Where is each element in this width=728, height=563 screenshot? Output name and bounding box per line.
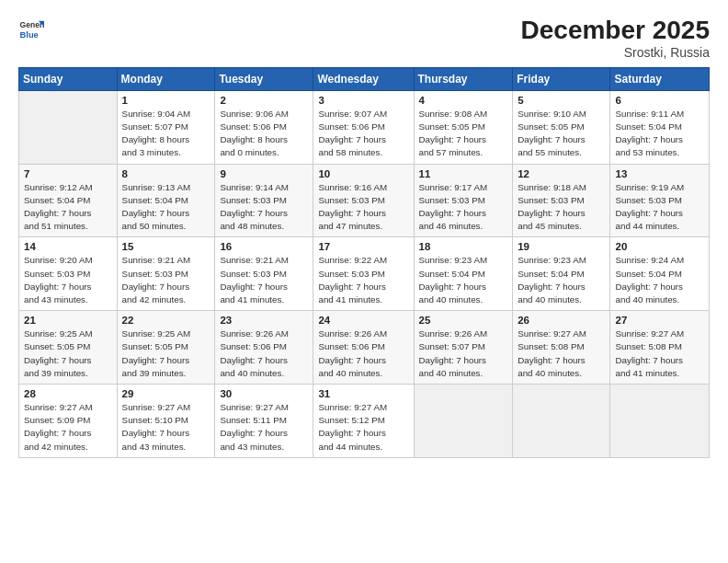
table-row: 14Sunrise: 9:20 AMSunset: 5:03 PMDayligh… bbox=[19, 237, 118, 311]
day-number: 17 bbox=[318, 241, 408, 252]
table-row: 19Sunrise: 9:23 AMSunset: 5:04 PMDayligh… bbox=[513, 237, 610, 311]
col-monday: Monday bbox=[117, 67, 215, 90]
title-block: December 2025 Srostki, Russia bbox=[521, 17, 710, 60]
table-row: 1Sunrise: 9:04 AMSunset: 5:07 PMDaylight… bbox=[117, 90, 215, 164]
logo: General Blue bbox=[18, 17, 44, 42]
table-row: 26Sunrise: 9:27 AMSunset: 5:08 PMDayligh… bbox=[513, 311, 610, 385]
table-row: 13Sunrise: 9:19 AMSunset: 5:03 PMDayligh… bbox=[610, 164, 710, 237]
day-number: 10 bbox=[318, 168, 408, 179]
day-number: 11 bbox=[419, 168, 508, 179]
logo-icon: General Blue bbox=[18, 17, 44, 42]
day-number: 6 bbox=[615, 95, 704, 106]
table-row: 18Sunrise: 9:23 AMSunset: 5:04 PMDayligh… bbox=[414, 237, 513, 311]
table-row: 9Sunrise: 9:14 AMSunset: 5:03 PMDaylight… bbox=[215, 164, 313, 237]
table-row: 6Sunrise: 9:11 AMSunset: 5:04 PMDaylight… bbox=[610, 90, 710, 164]
table-row: 8Sunrise: 9:13 AMSunset: 5:04 PMDaylight… bbox=[117, 164, 215, 237]
table-row: 15Sunrise: 9:21 AMSunset: 5:03 PMDayligh… bbox=[117, 237, 215, 311]
day-number: 24 bbox=[318, 315, 408, 326]
day-info: Sunrise: 9:23 AMSunset: 5:04 PMDaylight:… bbox=[419, 254, 508, 306]
day-info: Sunrise: 9:26 AMSunset: 5:06 PMDaylight:… bbox=[318, 327, 408, 380]
day-number: 23 bbox=[220, 315, 308, 326]
day-number: 27 bbox=[615, 315, 704, 326]
day-number: 13 bbox=[615, 168, 704, 179]
svg-text:Blue: Blue bbox=[20, 30, 39, 40]
day-info: Sunrise: 9:21 AMSunset: 5:03 PMDaylight:… bbox=[122, 254, 210, 306]
table-row bbox=[19, 90, 118, 164]
day-number: 15 bbox=[122, 241, 210, 252]
day-number: 5 bbox=[518, 95, 605, 106]
day-info: Sunrise: 9:22 AMSunset: 5:03 PMDaylight:… bbox=[318, 254, 408, 306]
table-row: 28Sunrise: 9:27 AMSunset: 5:09 PMDayligh… bbox=[19, 385, 118, 458]
day-number: 3 bbox=[318, 95, 408, 106]
table-row: 12Sunrise: 9:18 AMSunset: 5:03 PMDayligh… bbox=[513, 164, 610, 237]
day-info: Sunrise: 9:26 AMSunset: 5:07 PMDaylight:… bbox=[419, 327, 508, 380]
day-number: 25 bbox=[419, 315, 508, 326]
day-number: 12 bbox=[518, 168, 605, 179]
table-row: 16Sunrise: 9:21 AMSunset: 5:03 PMDayligh… bbox=[215, 237, 313, 311]
table-row: 20Sunrise: 9:24 AMSunset: 5:04 PMDayligh… bbox=[610, 237, 710, 311]
table-row: 31Sunrise: 9:27 AMSunset: 5:12 PMDayligh… bbox=[313, 385, 414, 458]
day-info: Sunrise: 9:12 AMSunset: 5:04 PMDaylight:… bbox=[24, 181, 112, 234]
day-info: Sunrise: 9:26 AMSunset: 5:06 PMDaylight:… bbox=[220, 327, 308, 380]
col-tuesday: Tuesday bbox=[215, 67, 313, 90]
table-row bbox=[513, 385, 610, 458]
day-info: Sunrise: 9:11 AMSunset: 5:04 PMDaylight:… bbox=[615, 108, 704, 160]
table-row: 21Sunrise: 9:25 AMSunset: 5:05 PMDayligh… bbox=[19, 311, 118, 385]
day-number: 1 bbox=[122, 95, 210, 106]
day-number: 31 bbox=[318, 388, 408, 399]
table-row bbox=[610, 385, 710, 458]
day-info: Sunrise: 9:23 AMSunset: 5:04 PMDaylight:… bbox=[518, 254, 605, 306]
location: Srostki, Russia bbox=[521, 45, 710, 60]
day-info: Sunrise: 9:07 AMSunset: 5:06 PMDaylight:… bbox=[318, 108, 408, 160]
table-row: 30Sunrise: 9:27 AMSunset: 5:11 PMDayligh… bbox=[215, 385, 313, 458]
day-number: 16 bbox=[220, 241, 308, 252]
table-row: 25Sunrise: 9:26 AMSunset: 5:07 PMDayligh… bbox=[414, 311, 513, 385]
day-info: Sunrise: 9:08 AMSunset: 5:05 PMDaylight:… bbox=[419, 108, 508, 160]
day-info: Sunrise: 9:19 AMSunset: 5:03 PMDaylight:… bbox=[615, 181, 704, 234]
day-info: Sunrise: 9:27 AMSunset: 5:08 PMDaylight:… bbox=[518, 327, 605, 380]
table-row bbox=[414, 385, 513, 458]
table-row: 7Sunrise: 9:12 AMSunset: 5:04 PMDaylight… bbox=[19, 164, 118, 237]
day-number: 29 bbox=[122, 388, 210, 399]
day-info: Sunrise: 9:27 AMSunset: 5:08 PMDaylight:… bbox=[615, 327, 704, 380]
day-info: Sunrise: 9:04 AMSunset: 5:07 PMDaylight:… bbox=[122, 108, 210, 160]
day-info: Sunrise: 9:10 AMSunset: 5:05 PMDaylight:… bbox=[518, 108, 605, 160]
table-row: 5Sunrise: 9:10 AMSunset: 5:05 PMDaylight… bbox=[513, 90, 610, 164]
calendar: Sunday Monday Tuesday Wednesday Thursday… bbox=[18, 67, 710, 458]
col-sunday: Sunday bbox=[19, 67, 118, 90]
day-number: 9 bbox=[220, 168, 308, 179]
day-number: 22 bbox=[122, 315, 210, 326]
day-number: 18 bbox=[419, 241, 508, 252]
table-row: 17Sunrise: 9:22 AMSunset: 5:03 PMDayligh… bbox=[313, 237, 414, 311]
day-info: Sunrise: 9:24 AMSunset: 5:04 PMDaylight:… bbox=[615, 254, 704, 306]
day-number: 8 bbox=[122, 168, 210, 179]
col-thursday: Thursday bbox=[414, 67, 513, 90]
day-info: Sunrise: 9:14 AMSunset: 5:03 PMDaylight:… bbox=[220, 181, 308, 234]
table-row: 29Sunrise: 9:27 AMSunset: 5:10 PMDayligh… bbox=[117, 385, 215, 458]
col-wednesday: Wednesday bbox=[313, 67, 414, 90]
day-number: 30 bbox=[220, 388, 308, 399]
col-friday: Friday bbox=[513, 67, 610, 90]
day-number: 28 bbox=[24, 388, 112, 399]
day-info: Sunrise: 9:21 AMSunset: 5:03 PMDaylight:… bbox=[220, 254, 308, 306]
table-row: 27Sunrise: 9:27 AMSunset: 5:08 PMDayligh… bbox=[610, 311, 710, 385]
day-info: Sunrise: 9:18 AMSunset: 5:03 PMDaylight:… bbox=[518, 181, 605, 234]
day-info: Sunrise: 9:27 AMSunset: 5:11 PMDaylight:… bbox=[220, 401, 308, 454]
day-info: Sunrise: 9:25 AMSunset: 5:05 PMDaylight:… bbox=[122, 327, 210, 380]
day-info: Sunrise: 9:06 AMSunset: 5:06 PMDaylight:… bbox=[220, 108, 308, 160]
day-number: 2 bbox=[220, 95, 308, 106]
col-saturday: Saturday bbox=[610, 67, 710, 90]
table-row: 2Sunrise: 9:06 AMSunset: 5:06 PMDaylight… bbox=[215, 90, 313, 164]
table-row: 4Sunrise: 9:08 AMSunset: 5:05 PMDaylight… bbox=[414, 90, 513, 164]
day-info: Sunrise: 9:27 AMSunset: 5:09 PMDaylight:… bbox=[24, 401, 112, 454]
table-row: 24Sunrise: 9:26 AMSunset: 5:06 PMDayligh… bbox=[313, 311, 414, 385]
day-info: Sunrise: 9:20 AMSunset: 5:03 PMDaylight:… bbox=[24, 254, 112, 306]
day-info: Sunrise: 9:25 AMSunset: 5:05 PMDaylight:… bbox=[24, 327, 112, 380]
table-row: 11Sunrise: 9:17 AMSunset: 5:03 PMDayligh… bbox=[414, 164, 513, 237]
table-row: 3Sunrise: 9:07 AMSunset: 5:06 PMDaylight… bbox=[313, 90, 414, 164]
day-info: Sunrise: 9:13 AMSunset: 5:04 PMDaylight:… bbox=[122, 181, 210, 234]
day-number: 4 bbox=[419, 95, 508, 106]
day-info: Sunrise: 9:27 AMSunset: 5:10 PMDaylight:… bbox=[122, 401, 210, 454]
day-number: 21 bbox=[24, 315, 112, 326]
table-row: 10Sunrise: 9:16 AMSunset: 5:03 PMDayligh… bbox=[313, 164, 414, 237]
